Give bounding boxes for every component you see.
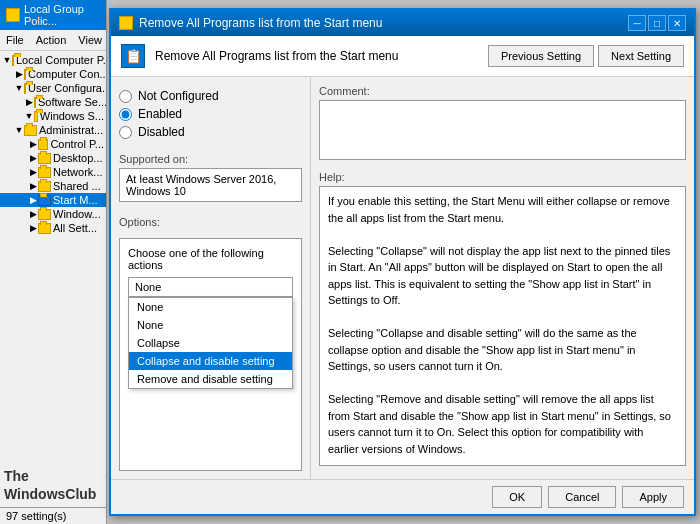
tree-arrow: ▶: [28, 209, 38, 219]
radio-not-configured-input[interactable]: [119, 90, 132, 103]
folder-icon: [24, 83, 26, 94]
dropdown-label: Choose one of the following actions: [128, 247, 293, 271]
window-controls: ─ □ ✕: [628, 15, 686, 31]
tree-label: Start M...: [53, 194, 98, 206]
tree-item-allsett[interactable]: ▶ All Sett...: [0, 221, 106, 235]
status-bar: 97 setting(s): [0, 507, 106, 524]
tree-item-windows[interactable]: ▼ Windows S...: [0, 109, 106, 123]
nav-buttons: Previous Setting Next Setting: [488, 45, 684, 67]
radio-enabled-input[interactable]: [119, 108, 132, 121]
help-section: Help: If you enable this setting, the St…: [319, 171, 686, 471]
tree-container: ▼ Local Computer P... ▶ Computer Con... …: [0, 51, 106, 463]
folder-icon: [38, 209, 51, 220]
tree-label: Administrat...: [39, 124, 103, 136]
supported-box: At least Windows Server 2016, Windows 10: [119, 168, 302, 202]
tree-item-window[interactable]: ▶ Window...: [0, 207, 106, 221]
help-label: Help:: [319, 171, 686, 183]
folder-icon: [34, 97, 36, 108]
tree-item-admin[interactable]: ▼ Administrat...: [0, 123, 106, 137]
radio-disabled[interactable]: Disabled: [119, 125, 302, 139]
tree-arrow: ▼: [2, 55, 12, 65]
radio-disabled-input[interactable]: [119, 126, 132, 139]
menu-action[interactable]: Action: [30, 32, 73, 48]
apply-button[interactable]: Apply: [622, 486, 684, 508]
folder-icon: [38, 167, 51, 178]
help-text: If you enable this setting, the Start Me…: [328, 195, 671, 466]
radio-disabled-label: Disabled: [138, 125, 185, 139]
tree-arrow: ▼: [14, 83, 24, 93]
left-panel-titlebar: Local Group Polic...: [0, 0, 106, 30]
tree-item-local-computer[interactable]: ▼ Local Computer P...: [0, 53, 106, 67]
radio-enabled-label: Enabled: [138, 107, 182, 121]
left-panel: Local Group Polic... File Action View ▼ …: [0, 0, 107, 524]
radio-not-configured[interactable]: Not Configured: [119, 89, 302, 103]
folder-icon: [38, 181, 51, 192]
tree-arrow: ▶: [28, 223, 38, 233]
tree-item-desktop[interactable]: ▶ Desktop...: [0, 151, 106, 165]
tree-label: User Configura...: [28, 82, 106, 94]
radio-group: Not Configured Enabled Disabled: [119, 85, 302, 143]
close-button[interactable]: ✕: [668, 15, 686, 31]
tree-item-software[interactable]: ▶ Software Se...: [0, 95, 106, 109]
radio-enabled[interactable]: Enabled: [119, 107, 302, 121]
main-dialog: Remove All Programs list from the Start …: [109, 8, 696, 516]
folder-icon: [38, 223, 51, 234]
menubar: File Action View: [0, 30, 106, 51]
dropdown-option-none2[interactable]: None: [129, 316, 292, 334]
comment-textarea[interactable]: [319, 100, 686, 160]
dropdown-container: None Collapse Collapse and disable setti…: [128, 277, 293, 297]
next-setting-button[interactable]: Next Setting: [598, 45, 684, 67]
tree-arrow: ▶: [28, 181, 38, 191]
window-title-text: Remove All Programs list from the Start …: [139, 16, 622, 30]
dropdown-option-remove-disable[interactable]: Remove and disable setting: [129, 370, 292, 388]
ok-button[interactable]: OK: [492, 486, 542, 508]
supported-label: Supported on:: [119, 153, 302, 165]
tree-item-shared[interactable]: ▶ Shared ...: [0, 179, 106, 193]
tree-item-computer[interactable]: ▶ Computer Con...: [0, 67, 106, 81]
dropdown-popup: None None Collapse Collapse and disable …: [128, 297, 293, 389]
tree-item-control[interactable]: ▶ Control P...: [0, 137, 106, 151]
menu-view[interactable]: View: [72, 32, 108, 48]
menu-file[interactable]: File: [0, 32, 30, 48]
dropdown-option-collapse[interactable]: Collapse: [129, 334, 292, 352]
tree-label: Control P...: [50, 138, 104, 150]
folder-icon: [24, 69, 26, 80]
radio-not-configured-label: Not Configured: [138, 89, 219, 103]
options-section-label: Options:: [119, 216, 302, 228]
dialog-body: Not Configured Enabled Disabled Supporte…: [111, 77, 694, 479]
watermark-line1: The: [4, 467, 102, 485]
tree-arrow: ▶: [24, 97, 34, 107]
tree-arrow: ▼: [24, 111, 34, 121]
action-dropdown[interactable]: None Collapse Collapse and disable setti…: [128, 277, 293, 297]
window-titlebar: Remove All Programs list from the Start …: [111, 10, 694, 36]
dialog-header-title: Remove All Programs list from the Start …: [155, 49, 398, 63]
left-section: Not Configured Enabled Disabled Supporte…: [111, 77, 311, 479]
tree-label: Windows S...: [40, 110, 104, 122]
watermark-line2: WindowsClub: [4, 485, 102, 503]
dialog-footer: OK Cancel Apply: [111, 479, 694, 514]
window-title-icon: [119, 16, 133, 30]
previous-setting-button[interactable]: Previous Setting: [488, 45, 594, 67]
comment-label: Comment:: [319, 85, 686, 97]
right-section: Comment: Help: If you enable this settin…: [311, 77, 694, 479]
supported-value: At least Windows Server 2016, Windows 10: [126, 173, 295, 197]
tree-item-startm[interactable]: ▶ Start M...: [0, 193, 106, 207]
folder-icon: [24, 125, 37, 136]
dropdown-option-none1[interactable]: None: [129, 298, 292, 316]
supported-section: Supported on: At least Windows Server 20…: [119, 153, 302, 202]
folder-icon: [38, 153, 51, 164]
folder-icon: [12, 55, 14, 66]
tree-item-network[interactable]: ▶ Network...: [0, 165, 106, 179]
minimize-button[interactable]: ─: [628, 15, 646, 31]
dropdown-option-collapse-disable[interactable]: Collapse and disable setting: [129, 352, 292, 370]
help-box: If you enable this setting, the Start Me…: [319, 186, 686, 466]
maximize-button[interactable]: □: [648, 15, 666, 31]
tree-label: Software Se...: [38, 96, 106, 108]
tree-arrow: ▶: [28, 153, 38, 163]
tree-item-user-config[interactable]: ▼ User Configura...: [0, 81, 106, 95]
tree-label: Desktop...: [53, 152, 103, 164]
comment-section: Comment:: [319, 85, 686, 163]
cancel-button[interactable]: Cancel: [548, 486, 616, 508]
folder-icon: [38, 195, 51, 206]
watermark: The WindowsClub: [0, 463, 106, 507]
